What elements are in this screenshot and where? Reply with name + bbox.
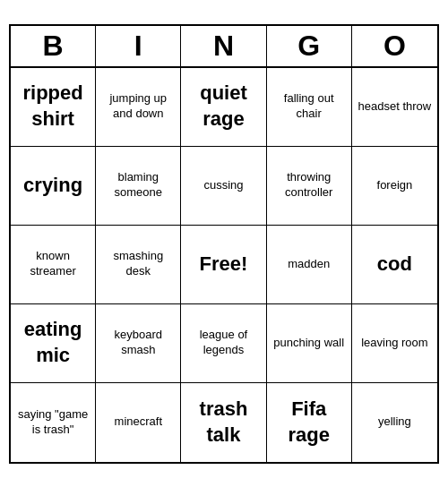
bingo-cell: keyboard smash <box>96 304 181 383</box>
bingo-cell: throwing controller <box>267 147 352 226</box>
bingo-grid: ripped shirtjumping up and downquiet rag… <box>11 68 437 462</box>
bingo-cell: trash talk <box>181 383 266 462</box>
bingo-cell: ripped shirt <box>11 68 96 147</box>
header-letter: B <box>11 26 96 66</box>
bingo-header: BINGO <box>11 26 437 68</box>
bingo-cell: league of legends <box>181 304 266 383</box>
bingo-cell: jumping up and down <box>96 68 181 147</box>
bingo-cell: cussing <box>181 147 266 226</box>
bingo-cell: known streamer <box>11 226 96 304</box>
bingo-cell: eating mic <box>11 304 96 383</box>
bingo-cell: madden <box>267 226 352 304</box>
bingo-cell: cod <box>352 226 437 304</box>
bingo-cell: Fifa rage <box>267 383 352 462</box>
bingo-cell: crying <box>11 147 96 226</box>
bingo-cell: yelling <box>352 383 437 462</box>
bingo-cell: foreign <box>352 147 437 226</box>
bingo-cell: quiet rage <box>181 68 266 147</box>
bingo-cell: blaming someone <box>96 147 181 226</box>
bingo-cell: smashing desk <box>96 226 181 304</box>
bingo-cell: punching wall <box>267 304 352 383</box>
bingo-cell: saying "game is trash" <box>11 383 96 462</box>
header-letter: G <box>267 26 352 66</box>
bingo-card: BINGO ripped shirtjumping up and downqui… <box>9 24 439 464</box>
bingo-cell: leaving room <box>352 304 437 383</box>
header-letter: O <box>352 26 437 66</box>
bingo-cell: Free! <box>181 226 266 304</box>
header-letter: N <box>181 26 266 66</box>
bingo-cell: minecraft <box>96 383 181 462</box>
header-letter: I <box>96 26 181 66</box>
bingo-cell: falling out chair <box>267 68 352 147</box>
bingo-cell: headset throw <box>352 68 437 147</box>
